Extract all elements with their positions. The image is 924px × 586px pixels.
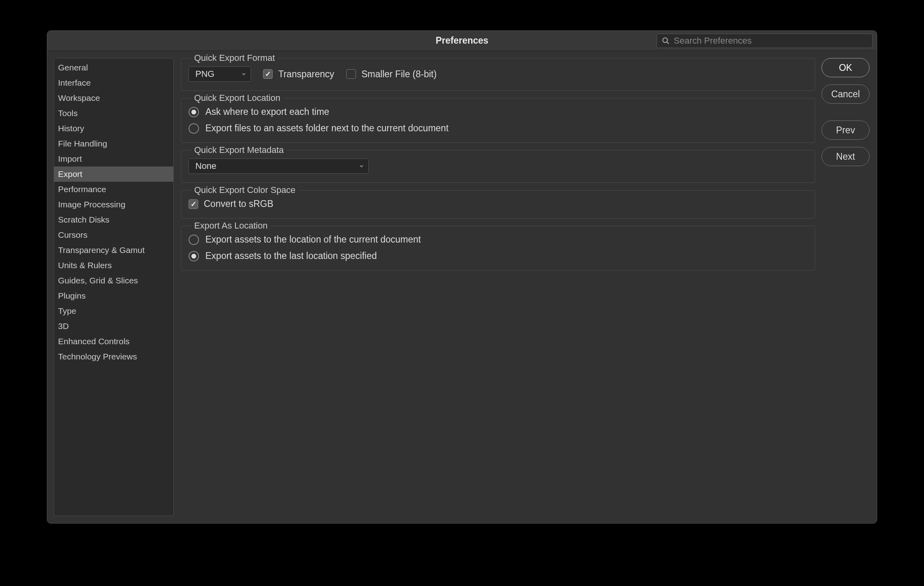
legend-quick-export-format: Quick Export Format [191, 53, 278, 63]
search-box[interactable] [657, 34, 873, 48]
metadata-select[interactable]: None [189, 159, 369, 174]
fieldset-quick-export-format: Quick Export Format PNG Transparency [181, 58, 815, 91]
sidebar-item-guides-grid-slices[interactable]: Guides, Grid & Slices [54, 273, 173, 288]
search-icon [662, 37, 670, 45]
panels: Quick Export Format PNG Transparency [181, 58, 815, 516]
convert-srgb-label: Convert to sRGB [204, 199, 273, 209]
fieldset-quick-export-color-space: Quick Export Color Space Convert to sRGB [181, 190, 815, 219]
radio-ask-where[interactable] [189, 107, 199, 117]
fieldset-quick-export-metadata: Quick Export Metadata None [181, 150, 815, 183]
legend-export-as-location: Export As Location [191, 221, 271, 231]
sidebar-item-type[interactable]: Type [54, 303, 173, 319]
radio-assets-folder[interactable] [189, 123, 199, 134]
sidebar-item-plugins[interactable]: Plugins [54, 288, 173, 303]
sidebar-item-history[interactable]: History [54, 121, 173, 136]
search-input[interactable] [674, 36, 868, 46]
sidebar-item-transparency-gamut[interactable]: Transparency & Gamut [54, 243, 173, 258]
svg-line-1 [667, 42, 669, 44]
sidebar-item-interface[interactable]: Interface [54, 75, 173, 90]
titlebar: Preferences [47, 31, 877, 51]
sidebar-item-units-rulers[interactable]: Units & Rulers [54, 258, 173, 273]
legend-quick-export-color-space: Quick Export Color Space [191, 185, 299, 195]
sidebar-item-3d[interactable]: 3D [54, 319, 173, 334]
dialog-buttons: OK Cancel Prev Next [822, 58, 870, 516]
radio-current-document[interactable] [189, 235, 199, 245]
sidebar-item-tools[interactable]: Tools [54, 106, 173, 121]
preferences-dialog: Preferences GeneralInterfaceWorkspaceToo… [47, 30, 877, 524]
next-button[interactable]: Next [822, 147, 870, 166]
convert-srgb-checkbox[interactable] [189, 199, 198, 209]
metadata-select-value: None [195, 161, 217, 171]
sidebar-item-workspace[interactable]: Workspace [54, 90, 173, 106]
sidebar-item-import[interactable]: Import [54, 151, 173, 167]
radio-ask-where-label: Ask where to export each time [205, 106, 329, 117]
sidebar: GeneralInterfaceWorkspaceToolsHistoryFil… [54, 58, 174, 516]
prev-button[interactable]: Prev [822, 120, 870, 140]
radio-current-document-label: Export assets to the location of the cur… [205, 234, 421, 245]
legend-quick-export-metadata: Quick Export Metadata [191, 145, 287, 155]
format-select[interactable]: PNG [189, 66, 251, 82]
cancel-button[interactable]: Cancel [822, 84, 870, 104]
sidebar-item-enhanced-controls[interactable]: Enhanced Controls [54, 334, 173, 349]
sidebar-item-general[interactable]: General [54, 60, 173, 75]
transparency-label: Transparency [278, 69, 334, 80]
transparency-checkbox[interactable] [263, 69, 273, 79]
dialog-title: Preferences [436, 35, 488, 46]
sidebar-item-scratch-disks[interactable]: Scratch Disks [54, 212, 173, 227]
fieldset-export-as-location: Export As Location Export assets to the … [181, 226, 815, 271]
fieldset-quick-export-location: Quick Export Location Ask where to expor… [181, 98, 815, 143]
sidebar-item-export[interactable]: Export [54, 167, 173, 182]
radio-assets-folder-label: Export files to an assets folder next to… [205, 123, 448, 134]
chevron-down-icon [241, 69, 247, 79]
smaller-file-checkbox[interactable] [346, 69, 356, 79]
legend-quick-export-location: Quick Export Location [191, 93, 283, 103]
format-select-value: PNG [195, 69, 215, 79]
smaller-file-label: Smaller File (8-bit) [362, 69, 437, 80]
svg-point-0 [663, 38, 668, 43]
content: Quick Export Format PNG Transparency [181, 58, 870, 516]
sidebar-item-file-handling[interactable]: File Handling [54, 136, 173, 151]
sidebar-item-technology-previews[interactable]: Technology Previews [54, 349, 173, 364]
sidebar-item-image-processing[interactable]: Image Processing [54, 197, 173, 212]
dialog-body: GeneralInterfaceWorkspaceToolsHistoryFil… [47, 51, 877, 523]
radio-last-location-label: Export assets to the last location speci… [205, 251, 377, 261]
chevron-down-icon [359, 161, 364, 171]
ok-button[interactable]: OK [822, 58, 870, 77]
sidebar-item-performance[interactable]: Performance [54, 182, 173, 197]
radio-last-location[interactable] [189, 251, 199, 261]
sidebar-item-cursors[interactable]: Cursors [54, 227, 173, 243]
